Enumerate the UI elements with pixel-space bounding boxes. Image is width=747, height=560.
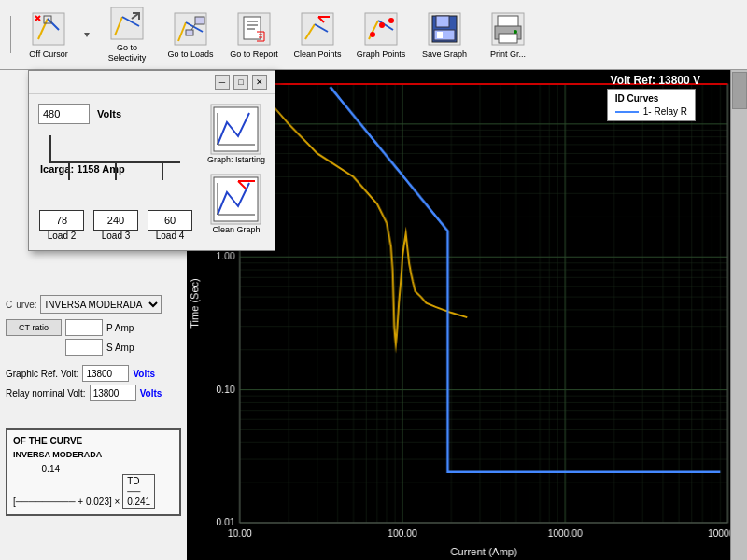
svg-rect-16 — [186, 30, 193, 35]
volts-input[interactable] — [38, 104, 90, 124]
graph-points-label: Graph Points — [357, 49, 406, 60]
p-amp-box — [65, 319, 103, 336]
load-4-container: 60 Load 4 — [147, 210, 193, 241]
chart-scrollbar[interactable] — [730, 70, 747, 560]
load-2-label: Load 2 — [48, 231, 77, 241]
icarga-label: Icarga: 1158 Amp — [40, 163, 162, 175]
svg-rect-39 — [437, 32, 443, 38]
load-2-box: 78 — [39, 210, 84, 231]
print-graph-icon — [489, 10, 527, 48]
ct-ratio-button[interactable]: CT ratio — [6, 319, 62, 336]
graphic-ref-volt-row: Graphic Ref. Volt: Volts — [6, 365, 181, 382]
svg-rect-14 — [195, 17, 204, 24]
go-loads-label: Go to Loads — [167, 49, 213, 60]
curve-label: urve: — [16, 300, 36, 310]
clean-points-icon — [299, 10, 336, 48]
load-4-label: Load 4 — [156, 231, 185, 241]
load-4-box: 60 — [148, 210, 192, 231]
svg-point-44 — [514, 30, 517, 34]
toolbar: Off Cursor Go to Selectivity — [0, 0, 747, 70]
dialog-titlebar: ─ □ ✕ — [29, 71, 275, 94]
volts-label: Volts — [97, 108, 121, 119]
dropdown-arrow[interactable] — [82, 16, 93, 53]
svg-rect-37 — [436, 16, 449, 27]
graphic-ref-unit: Volts — [133, 369, 155, 379]
relay-nominal-volt-row: Relay nominal Volt: Volts — [6, 385, 181, 401]
legend-item-relay: 1- Relay R — [615, 106, 687, 117]
graph-points-button[interactable]: Graph Points — [351, 5, 411, 64]
clean-graph-icon — [210, 174, 261, 225]
load-3-container: 240 Load 3 — [92, 210, 139, 241]
print-graph-button[interactable]: Print Gr... — [478, 5, 538, 64]
graphic-ref-input[interactable] — [82, 365, 129, 382]
svg-rect-18 — [244, 17, 261, 39]
relay-nominal-unit: Volts — [140, 388, 162, 399]
off-cursor-button[interactable]: Off Cursor — [19, 5, 78, 64]
go-report-button[interactable]: Go to Report — [224, 5, 284, 64]
formula-subtitle: INVERSA MODERADA — [13, 450, 174, 459]
dialog-body: Volts Icarga: 1158 Amp — [29, 94, 275, 250]
graph-istarting-icon — [210, 104, 261, 155]
ct-section: CT ratio P Amp S Amp — [6, 319, 181, 356]
load-3-box: 240 — [93, 210, 138, 231]
off-cursor-label: Off Cursor — [29, 49, 67, 60]
curve-section: C urve: INVERSA MODERADA CT ratio P Amp … — [0, 289, 187, 410]
graphic-ref-label: Graphic Ref. Volt: — [6, 369, 78, 379]
go-selectivity-icon — [108, 6, 146, 41]
close-button[interactable]: ✕ — [252, 75, 267, 90]
clean-graph-button[interactable]: Clean Graph — [210, 174, 261, 234]
legend-box: ID Curves 1- Relay R — [607, 89, 696, 121]
volt-ref-label: Volt Ref: 13800 V — [611, 74, 700, 87]
load-3-label: Load 3 — [102, 231, 131, 241]
relay-nominal-label: Relay nominal Volt: — [6, 388, 86, 399]
go-selectivity-button[interactable]: Go to Selectivity — [97, 5, 157, 64]
svg-point-32 — [370, 32, 375, 37]
s-amp-label: S Amp — [106, 343, 134, 353]
load-2-container: 78 Load 2 — [38, 210, 85, 241]
load-config-dialog: ─ □ ✕ Volts Icarga: 1158 Amp — [28, 70, 275, 251]
save-graph-label: Save Graph — [422, 49, 467, 60]
save-graph-button[interactable]: Save Graph — [415, 5, 474, 64]
go-report-icon — [235, 10, 273, 48]
legend-title: ID Curves — [615, 93, 687, 104]
print-graph-label: Print Gr... — [490, 49, 526, 60]
formula-section-title: OF THE CURVE — [13, 436, 174, 446]
maximize-button[interactable]: □ — [233, 75, 248, 90]
s-amp-box — [65, 339, 103, 356]
off-cursor-icon — [30, 10, 67, 48]
legend-label-relay: 1- Relay R — [643, 106, 687, 117]
svg-point-34 — [388, 18, 394, 23]
relay-nominal-input[interactable] — [90, 385, 136, 401]
legend-line-relay — [615, 111, 639, 113]
clean-points-label: Clean Points — [293, 49, 341, 60]
save-graph-icon — [426, 10, 463, 48]
curve-prefix-label: C — [6, 300, 12, 310]
go-loads-icon — [172, 10, 209, 48]
scrollbar-thumb[interactable] — [732, 72, 747, 109]
graph-istarting-button[interactable]: Graph: Istarting — [207, 104, 265, 164]
graph-istarting-label: Graph: Istarting — [207, 155, 265, 164]
svg-marker-6 — [84, 33, 90, 37]
svg-rect-43 — [499, 34, 517, 43]
formula-content: 0.14 [───────── + 0.023] × TD──0.241 — [13, 463, 174, 509]
clean-graph-label: Clean Graph — [212, 225, 260, 234]
graph-points-icon — [362, 10, 400, 48]
clean-points-button[interactable]: Clean Points — [288, 5, 347, 64]
go-report-label: Go to Report — [230, 49, 278, 60]
go-loads-button[interactable]: Go to Loads — [161, 5, 220, 64]
go-selectivity-label: Go to Selectivity — [100, 43, 154, 63]
minimize-button[interactable]: ─ — [215, 75, 230, 90]
formula-section: OF THE CURVE INVERSA MODERADA 0.14 [────… — [0, 425, 187, 520]
svg-rect-24 — [302, 13, 333, 45]
svg-point-33 — [379, 22, 385, 28]
p-amp-label: P Amp — [106, 323, 134, 333]
curve-select[interactable]: INVERSA MODERADA — [40, 295, 162, 314]
volts-row: Volts — [38, 104, 193, 124]
